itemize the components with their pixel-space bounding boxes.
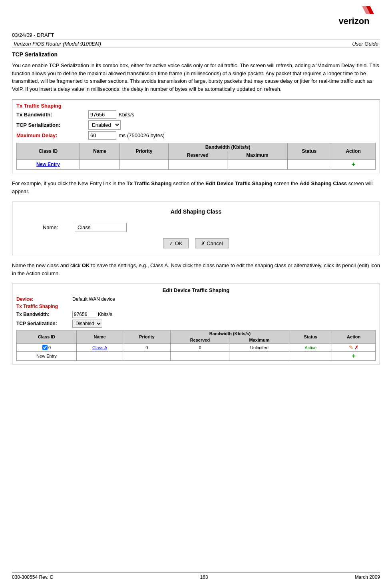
edit-tcp-label: TCP Serialization: bbox=[16, 321, 72, 326]
edit-status-cell: Active bbox=[289, 344, 332, 352]
edit-priority-cell: 0 bbox=[123, 344, 171, 352]
edit-new-entry-row: New Entry + bbox=[17, 352, 376, 361]
edit-bw-value-group: Kbits/s bbox=[72, 311, 112, 318]
tcp-select[interactable]: Enabled Disabled bbox=[88, 120, 121, 130]
tcp-value-group: Enabled Disabled bbox=[88, 120, 121, 130]
model-name: Verizon FiOS Router (Model 9100EM) bbox=[14, 41, 101, 47]
class-checkbox[interactable] bbox=[42, 345, 48, 350]
edit-name-cell[interactable]: Class A bbox=[76, 344, 123, 352]
bw-unit: Kbits/s bbox=[119, 112, 134, 118]
class-name-link[interactable]: Class A bbox=[92, 345, 107, 350]
col-priority: Priority bbox=[120, 143, 168, 160]
bw-input[interactable] bbox=[88, 110, 116, 119]
edit-class-id-cell: 0 bbox=[17, 344, 77, 352]
edit-tcp-select[interactable]: Disabled Enabled bbox=[72, 320, 102, 328]
edit-empty-name bbox=[76, 352, 123, 361]
model-line: Verizon FiOS Router (Model 9100EM) User … bbox=[12, 40, 380, 48]
dialog-name-input[interactable] bbox=[75, 223, 127, 232]
max-delay-unit: ms (7500026 bytes) bbox=[119, 132, 165, 138]
edit-reserved-cell: 0 bbox=[171, 344, 229, 352]
dialog-buttons: ✓ OK ✗ Cancel bbox=[19, 238, 373, 248]
edit-col-maximum: Maximum bbox=[229, 337, 289, 344]
tcp-row: TCP Serialization: Enabled Disabled bbox=[16, 120, 376, 130]
footer-right: March 2009 bbox=[355, 574, 380, 580]
header-area: verizon bbox=[12, 4, 380, 28]
edit-col-name: Name bbox=[76, 330, 123, 344]
edit-col-bandwidth: Bandwidth (Kbits/s) bbox=[171, 330, 289, 337]
empty-name bbox=[80, 160, 120, 170]
edit-tcp-row: TCP Serialization: Disabled Enabled bbox=[16, 320, 376, 328]
edit-col-action: Action bbox=[332, 330, 376, 344]
edit-tx-title-row: Tx Traffic Shaping bbox=[16, 304, 376, 309]
add-icon: + bbox=[351, 161, 355, 168]
edit-add-icon: + bbox=[352, 352, 356, 359]
new-entry-cell[interactable]: New Entry bbox=[17, 160, 80, 170]
edit-pencil-icon[interactable]: ✎ bbox=[349, 344, 353, 350]
guide-label: User Guide bbox=[352, 41, 378, 47]
footer-center: 163 bbox=[200, 574, 208, 580]
class-id-val: 0 bbox=[48, 345, 51, 350]
page-wrapper: verizon 03/24/09 - DRAFT Verizon FiOS Ro… bbox=[0, 0, 392, 584]
max-delay-value-group: ms (7500026 bytes) bbox=[88, 131, 165, 140]
edit-tx-title: Tx Traffic Shaping bbox=[16, 304, 72, 309]
edit-col-priority: Priority bbox=[123, 330, 171, 344]
col-action: Action bbox=[331, 143, 376, 160]
col-class-id: Class ID bbox=[17, 143, 80, 160]
edit-maximum-cell: Unlimited bbox=[229, 344, 289, 352]
checkbox-group: 0 bbox=[18, 345, 75, 350]
empty-maximum bbox=[227, 160, 288, 170]
footer: 030-300554 Rev. C 163 March 2009 bbox=[12, 572, 380, 580]
empty-status bbox=[287, 160, 331, 170]
edit-new-entry-link[interactable]: New Entry bbox=[36, 354, 57, 358]
empty-reserved bbox=[168, 160, 227, 170]
edit-empty-status bbox=[289, 352, 332, 361]
ok-button[interactable]: ✓ OK bbox=[163, 238, 188, 248]
col-status: Status bbox=[287, 143, 331, 160]
edit-bw-input[interactable] bbox=[72, 311, 96, 318]
cancel-button[interactable]: ✗ Cancel bbox=[195, 238, 229, 248]
dialog-name-row: Name: bbox=[19, 223, 373, 232]
edit-device-box: Edit Device Traffic Shaping Device: Defa… bbox=[12, 284, 380, 364]
edit-add-icon-cell[interactable]: + bbox=[332, 352, 376, 361]
bw-value-group: Kbits/s bbox=[88, 110, 134, 119]
edit-device-label: Device: bbox=[16, 296, 72, 302]
edit-col-class-id: Class ID bbox=[17, 330, 77, 344]
edit-bw-unit: Kbits/s bbox=[98, 312, 112, 317]
tx-traffic-shaping-title: Tx Traffic Shaping bbox=[16, 103, 376, 109]
edit-empty-maximum bbox=[229, 352, 289, 361]
edit-bw-row: Tx Bandwidth: Kbits/s bbox=[16, 311, 376, 318]
draft-line: 03/24/09 - DRAFT bbox=[12, 32, 380, 38]
tcp-label: TCP Serialization: bbox=[16, 122, 88, 128]
new-entry-link[interactable]: New Entry bbox=[36, 162, 60, 167]
description-2: Name the new class and click OK to save … bbox=[12, 262, 380, 277]
edit-bw-label: Tx Bandwidth: bbox=[16, 312, 72, 317]
shaping-box-1: Tx Traffic Shaping Tx Bandwidth: Kbits/s… bbox=[12, 99, 380, 173]
add-shaping-dialog: Add Shaping Class Name: ✓ OK ✗ Cancel bbox=[12, 202, 380, 255]
svg-text:verizon: verizon bbox=[338, 16, 369, 26]
col-maximum: Maximum bbox=[227, 151, 288, 160]
edit-box-title: Edit Device Traffic Shaping bbox=[16, 287, 376, 293]
edit-device-row: Device: Default WAN device bbox=[16, 296, 376, 302]
verizon-logo: verizon bbox=[328, 4, 380, 28]
footer-left: 030-300554 Rev. C bbox=[12, 574, 53, 580]
edit-device-value: Default WAN device bbox=[72, 296, 115, 302]
edit-new-entry-cell[interactable]: New Entry bbox=[17, 352, 77, 361]
section-title: TCP Serialization bbox=[12, 51, 380, 58]
col-name: Name bbox=[80, 143, 120, 160]
max-delay-input[interactable] bbox=[88, 131, 116, 140]
edit-col-reserved: Reserved bbox=[171, 337, 229, 344]
dialog-title: Add Shaping Class bbox=[19, 208, 373, 215]
traffic-table-1: Class ID Name Priority Bandwidth (Kbits/… bbox=[16, 143, 376, 170]
col-reserved: Reserved bbox=[168, 151, 227, 160]
body-text: You can enable TCP Serialization in its … bbox=[12, 62, 380, 93]
max-delay-label: Maximum Delay: bbox=[16, 132, 88, 138]
edit-action-cell: ✎ ✗ bbox=[332, 344, 376, 352]
edit-traffic-table: Class ID Name Priority Bandwidth (Kbits/… bbox=[16, 330, 376, 361]
edit-table-row-1: 0 Class A 0 0 Unlimited Active ✎ ✗ bbox=[17, 344, 376, 352]
new-entry-row: New Entry + bbox=[17, 160, 376, 170]
add-icon-cell[interactable]: + bbox=[331, 160, 376, 170]
edit-empty-reserved bbox=[171, 352, 229, 361]
description-1: For example, if you click the New Entry … bbox=[12, 180, 380, 195]
delete-icon[interactable]: ✗ bbox=[354, 344, 359, 350]
empty-priority bbox=[120, 160, 168, 170]
